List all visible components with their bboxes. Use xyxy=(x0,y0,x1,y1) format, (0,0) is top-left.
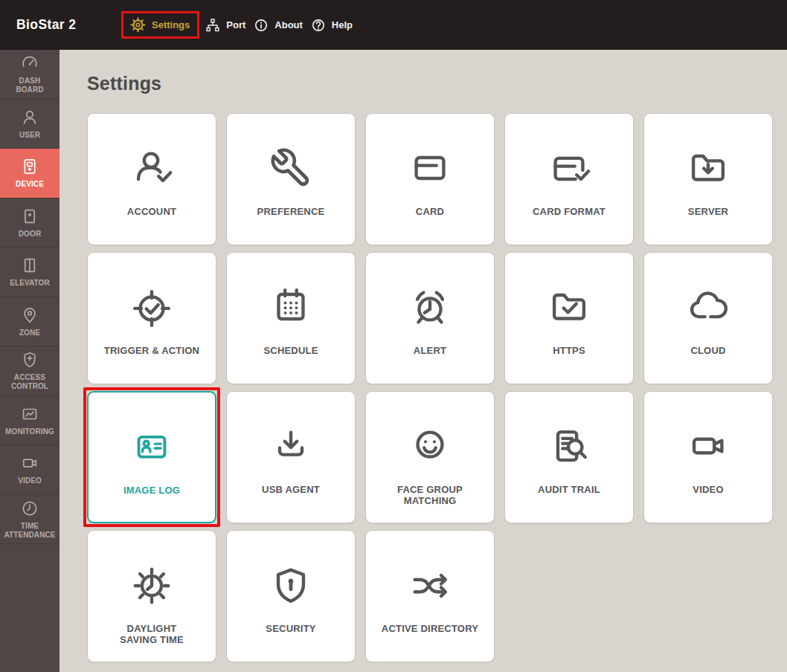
settings-card-alert[interactable]: ALERT xyxy=(365,252,495,384)
sidebar-item-device[interactable]: DEVICE xyxy=(0,149,60,198)
dashboard-gauge-icon xyxy=(20,54,39,73)
folder-download-icon xyxy=(684,144,732,192)
settings-card-security[interactable]: SECURITY xyxy=(226,530,356,662)
download-icon xyxy=(267,422,315,470)
door-icon xyxy=(20,207,39,226)
help-circle-icon xyxy=(311,18,326,33)
sidebar-item-door[interactable]: DOOR xyxy=(0,198,60,248)
calendar-icon xyxy=(267,283,315,331)
settings-card-active-directory[interactable]: ACTIVE DIRECTORY xyxy=(365,530,495,662)
settings-card-video[interactable]: VIDEO xyxy=(643,391,773,523)
settings-card-card[interactable]: CARD xyxy=(365,113,495,245)
alarm-clock-icon xyxy=(406,283,454,331)
sidebar-item-label: MONITORING xyxy=(5,427,54,436)
topnav-port[interactable]: Port xyxy=(205,18,245,33)
clock-icon xyxy=(20,499,39,518)
main-content: Settings ACCOUNT PREFERENCE xyxy=(60,50,787,672)
settings-card-grid: ACCOUNT PREFERENCE CARD xyxy=(87,113,787,662)
page-title: Settings xyxy=(60,50,787,94)
monitoring-chart-icon xyxy=(20,404,39,424)
sidebar-item-label: VIDEO xyxy=(18,476,42,485)
top-bar: BioStar 2 Settings Port xyxy=(0,0,787,50)
sidebar-item-monitoring[interactable]: MONITORING xyxy=(0,396,60,446)
top-menu: Settings Port About xyxy=(121,11,361,39)
sidebar-item-access-control[interactable]: ACCESSCONTROL xyxy=(0,346,60,396)
settings-card-https[interactable]: HTTPS xyxy=(504,252,634,384)
video-camera-icon xyxy=(684,422,732,470)
settings-card-audit-trail[interactable]: AUDIT TRAIL xyxy=(504,391,634,523)
settings-card-cloud[interactable]: CLOUD xyxy=(643,252,773,384)
settings-card-image-log[interactable]: IMAGE LOG xyxy=(87,391,216,523)
wrench-icon xyxy=(267,144,315,192)
sidebar-item-time-attendance[interactable]: TIMEATTENDANCE xyxy=(0,495,60,545)
gear-icon xyxy=(130,17,146,33)
info-circle-icon xyxy=(254,18,269,33)
sidebar-item-label: ZONE xyxy=(19,329,40,337)
clock-sun-icon xyxy=(128,561,176,609)
settings-card-trigger-action[interactable]: TRIGGER & ACTION xyxy=(87,252,216,384)
topnav-help-label: Help xyxy=(332,19,353,30)
sidebar-item-zone[interactable]: ZONE xyxy=(0,297,60,347)
shield-keyhole-icon xyxy=(267,561,315,609)
sidebar-item-label: ELEVATOR xyxy=(10,279,50,288)
smiley-face-icon xyxy=(406,422,454,470)
zone-pin-icon xyxy=(20,306,39,325)
topnav-settings-label: Settings xyxy=(152,19,190,30)
topnav-about[interactable]: About xyxy=(254,18,303,33)
sidebar-item-label: DOOR xyxy=(19,230,41,239)
folder-check-icon xyxy=(545,283,593,331)
settings-card-card-format[interactable]: CARD FORMAT xyxy=(504,113,634,245)
sidebar-item-video[interactable]: VIDEO xyxy=(0,445,60,495)
shield-plus-icon xyxy=(20,350,39,369)
document-search-icon xyxy=(545,422,593,470)
sidebar-item-label: DEVICE xyxy=(16,180,44,189)
id-card-icon xyxy=(128,423,176,471)
app-logo[interactable]: BioStar 2 xyxy=(0,17,121,33)
sidebar-item-label: DASHBOARD xyxy=(16,77,43,94)
settings-card-schedule[interactable]: SCHEDULE xyxy=(226,252,356,384)
topnav-settings[interactable]: Settings xyxy=(121,11,199,39)
sidebar-item-label: ACCESSCONTROL xyxy=(11,373,48,391)
topnav-about-label: About xyxy=(274,19,303,30)
video-camera-icon xyxy=(20,453,39,473)
settings-card-daylight-saving-time[interactable]: DAYLIGHTSAVING TIME xyxy=(87,530,216,662)
target-check-icon xyxy=(128,283,176,331)
port-icon xyxy=(205,18,220,33)
settings-card-account[interactable]: ACCOUNT xyxy=(87,113,216,245)
user-icon xyxy=(20,108,39,127)
account-icon xyxy=(128,144,176,192)
settings-card-server[interactable]: SERVER xyxy=(643,113,773,245)
settings-card-usb-agent[interactable]: USB AGENT xyxy=(226,391,356,523)
card-check-icon xyxy=(545,144,593,192)
settings-card-face-group-matching[interactable]: FACE GROUPMATCHING xyxy=(365,391,495,523)
settings-card-preference[interactable]: PREFERENCE xyxy=(226,113,356,245)
sidebar-item-dashboard[interactable]: DASHBOARD xyxy=(0,50,60,100)
elevator-icon xyxy=(20,256,39,275)
topnav-help[interactable]: Help xyxy=(311,18,353,33)
cloud-icon xyxy=(684,283,732,331)
sidebar-item-user[interactable]: USER xyxy=(0,100,60,149)
sidebar-nav: DASHBOARD USER DEVICE DOOR ELEVATOR xyxy=(0,50,60,672)
sidebar-item-label: TIMEATTENDANCE xyxy=(4,522,55,540)
sidebar-item-label: USER xyxy=(19,131,40,140)
card-icon xyxy=(406,144,454,192)
device-icon xyxy=(20,157,39,176)
sidebar-item-elevator[interactable]: ELEVATOR xyxy=(0,248,60,297)
shuffle-icon xyxy=(406,561,454,609)
topnav-port-label: Port xyxy=(226,19,245,30)
